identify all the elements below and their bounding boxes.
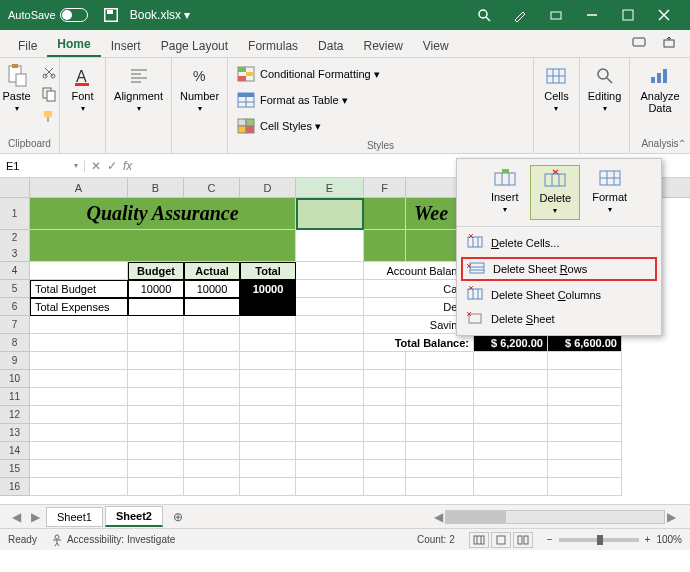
comments-icon[interactable] [626,32,652,57]
add-sheet-button[interactable]: ⊕ [165,507,191,527]
zoom-out-icon[interactable]: − [547,534,553,545]
col-f[interactable]: F [364,178,406,197]
zoom-value[interactable]: 100% [656,534,682,545]
delete-dropdown-button[interactable]: Delete▾ [530,165,580,220]
cell-i8[interactable]: $ 6,600.00 [548,334,622,352]
paste-button[interactable]: Paste ▾ [0,62,32,115]
ribbon-mode-icon[interactable] [538,0,574,30]
collapse-ribbon-icon[interactable]: ⌃ [678,138,686,149]
cell-e5[interactable] [296,280,364,298]
rowhdr-16[interactable]: 16 [0,478,30,496]
cell-c5[interactable]: 10000 [184,280,240,298]
menu-delete-sheet[interactable]: Delete Sheet [457,307,661,331]
cell-f2[interactable] [364,230,406,262]
cell-title-left[interactable]: Quality Assurance [30,198,296,230]
horizontal-scrollbar[interactable]: ◀ ▶ [193,510,682,524]
cell-e2[interactable] [296,230,364,262]
menu-delete-sheet-rows[interactable]: Delete Sheet Rows [461,257,657,281]
format-dropdown-button[interactable]: Format▾ [584,165,635,220]
tab-view[interactable]: View [413,35,459,57]
status-accessibility[interactable]: Accessibility: Investigate [51,534,175,546]
name-box[interactable]: E1 ▾ [0,160,85,172]
col-e[interactable]: E [296,178,364,197]
sheet-nav-prev-icon[interactable]: ◀ [8,510,25,524]
cell-a6[interactable]: Total Expenses [30,298,128,316]
view-normal-icon[interactable] [469,532,489,548]
view-page-break-icon[interactable] [513,532,533,548]
rowhdr-1[interactable]: 1 [0,198,30,230]
col-a[interactable]: A [30,178,128,197]
zoom-in-icon[interactable]: + [645,534,651,545]
cell-d6[interactable] [240,298,296,316]
col-d[interactable]: D [240,178,296,197]
conditional-formatting-button[interactable]: Conditional Formatting ▾ [236,62,525,86]
close-icon[interactable] [646,0,682,30]
rowhdr-6[interactable]: 6 [0,298,30,316]
rowhdr-5[interactable]: 5 [0,280,30,298]
col-b[interactable]: B [128,178,184,197]
cell-total-balance[interactable]: Total Balance: [364,334,474,352]
col-c[interactable]: C [184,178,240,197]
cell-d5[interactable]: 10000 [240,280,296,298]
tab-data[interactable]: Data [308,35,353,57]
cell-e6[interactable] [296,298,364,316]
cell-c6[interactable] [184,298,240,316]
tab-file[interactable]: File [8,35,47,57]
cell-a5[interactable]: Total Budget [30,280,128,298]
sheet-nav-next-icon[interactable]: ▶ [27,510,44,524]
menu-delete-sheet-columns[interactable]: Delete Sheet Columns [457,283,661,307]
cell-h8[interactable]: $ 6,200.00 [474,334,548,352]
rowhdr-15[interactable]: 15 [0,460,30,478]
sheet-tab-2[interactable]: Sheet2 [105,506,163,527]
rowhdr-13[interactable]: 13 [0,424,30,442]
tab-formulas[interactable]: Formulas [238,35,308,57]
cell-b5[interactable]: 10000 [128,280,184,298]
rowhdr-10[interactable]: 10 [0,370,30,388]
cell-b4[interactable]: Budget [128,262,184,280]
format-painter-icon[interactable] [39,106,59,126]
menu-delete-cells[interactable]: Delete Cells... [457,231,661,255]
autosave-toggle[interactable]: AutoSave [8,8,88,22]
rowhdr-8[interactable]: 8 [0,334,30,352]
editing-button[interactable]: Editing ▾ [586,62,624,115]
tab-review[interactable]: Review [353,35,412,57]
cell-styles-button[interactable]: Cell Styles ▾ [236,114,525,138]
rowhdr-9[interactable]: 9 [0,352,30,370]
tab-home[interactable]: Home [47,33,100,57]
save-icon[interactable] [104,8,118,22]
pen-icon[interactable] [502,0,538,30]
maximize-icon[interactable] [610,0,646,30]
fx-icon[interactable]: fx [123,159,132,173]
cells-button[interactable]: Cells ▾ [542,62,570,115]
cell-a4[interactable] [30,262,128,280]
cell-d4[interactable]: Total [240,262,296,280]
rowhdr-2-3[interactable]: 23 [0,230,30,262]
font-button[interactable]: A Font ▾ [69,62,97,115]
view-page-layout-icon[interactable] [491,532,511,548]
cell-a2[interactable] [30,230,296,262]
zoom-control[interactable]: − + 100% [547,534,682,545]
tab-insert[interactable]: Insert [101,35,151,57]
rowhdr-14[interactable]: 14 [0,442,30,460]
search-icon[interactable] [466,0,502,30]
analyze-data-button[interactable]: Analyze Data [638,62,682,116]
cell-b6[interactable] [128,298,184,316]
copy-icon[interactable] [39,84,59,104]
zoom-slider[interactable] [559,538,639,542]
format-as-table-button[interactable]: Format as Table ▾ [236,88,525,112]
rowhdr-4[interactable]: 4 [0,262,30,280]
cancel-formula-icon[interactable]: ✕ [91,159,101,173]
insert-dropdown-button[interactable]: Insert▾ [483,165,527,220]
share-icon[interactable] [656,32,682,57]
rowhdr-11[interactable]: 11 [0,388,30,406]
cell-c4[interactable]: Actual [184,262,240,280]
rowhdr-7[interactable]: 7 [0,316,30,334]
filename[interactable]: Book.xlsx ▾ [130,8,191,22]
tab-pagelayout[interactable]: Page Layout [151,35,238,57]
cell-e1-selected[interactable] [296,198,364,230]
select-all-corner[interactable] [0,178,30,197]
cut-icon[interactable] [39,62,59,82]
cell-f1[interactable] [364,198,406,230]
enter-formula-icon[interactable]: ✓ [107,159,117,173]
sheet-tab-1[interactable]: Sheet1 [46,507,103,527]
